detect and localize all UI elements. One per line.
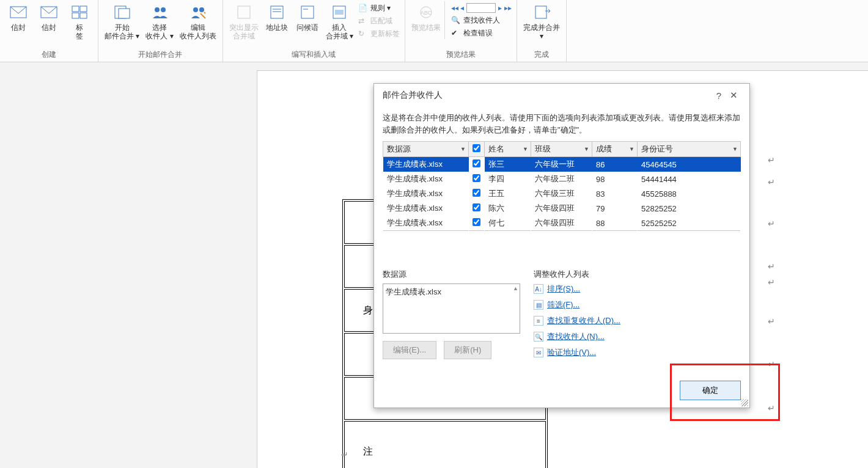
group-label-finish: 完成: [521, 49, 562, 62]
help-button[interactable]: ?: [712, 90, 726, 101]
rules-button[interactable]: 📄规则 ▾: [357, 2, 401, 14]
table-row[interactable]: 学生成绩表.xlsx李四六年级二班9854441444: [383, 172, 741, 186]
cell-name: 何七: [485, 216, 531, 231]
cell-name: 王五: [485, 186, 531, 201]
row-checkbox[interactable]: [473, 189, 480, 197]
labels-button[interactable]: 标 签: [65, 1, 94, 42]
row-checkbox[interactable]: [473, 203, 480, 211]
highlight-fields-button: 突出显示 合并域: [227, 1, 261, 42]
svg-rect-7: [119, 9, 130, 18]
address-icon: [267, 2, 287, 22]
greeting-button[interactable]: 问候语: [293, 1, 322, 33]
col-check[interactable]: [469, 142, 485, 157]
find-recipient-button[interactable]: 🔍查找收件人: [450, 15, 513, 26]
envelope-icon: [9, 2, 28, 22]
cell-score: 98: [592, 172, 638, 186]
col-score[interactable]: 成绩▼: [592, 142, 638, 157]
validate-icon: ✉: [534, 348, 543, 357]
edit-recipients-button[interactable]: 编辑 收件人列表: [177, 1, 219, 42]
svg-rect-12: [238, 6, 250, 18]
dupes-icon: ≡: [534, 316, 543, 326]
paragraph-mark: ↵: [768, 316, 775, 327]
dialog-title: 邮件合并收件人: [383, 90, 712, 101]
check-errors-button[interactable]: ✔检查错误: [450, 27, 513, 39]
record-number-input[interactable]: [466, 3, 496, 13]
preview-icon: ABC: [416, 2, 436, 22]
select-recipients-button[interactable]: 选择 收件人 ▾: [143, 1, 175, 42]
table-row[interactable]: 学生成绩表.xlsx张三六年级一班8645464545: [383, 157, 741, 172]
record-nav[interactable]: ◂◂ ◂ ▸ ▸▸: [450, 2, 513, 13]
cell-name: 李四: [485, 172, 531, 186]
svg-point-8: [155, 7, 160, 12]
close-button[interactable]: ✕: [726, 90, 741, 101]
cell-source: 学生成绩表.xlsx: [383, 216, 469, 231]
col-class[interactable]: 班级▼: [531, 142, 592, 157]
cell-check[interactable]: [469, 201, 485, 216]
sort-link[interactable]: 排序(S)...: [547, 283, 580, 294]
dropdown-icon[interactable]: ▼: [629, 146, 634, 152]
cell-id: 45525888: [638, 186, 741, 201]
table-row[interactable]: 学生成绩表.xlsx陈六六年级四班7952825252: [383, 201, 741, 216]
recipients-table[interactable]: 数据源▼ 姓名▼ 班级▼ 成绩▼ 身份证号▼ 学生成绩表.xlsx张三六年级一班…: [383, 141, 741, 231]
envelope-button-1[interactable]: 信封: [4, 1, 33, 33]
data-source-item[interactable]: 学生成绩表.xlsx: [386, 287, 517, 298]
insert-merge-field-button[interactable]: 插入 合并域 ▾: [323, 1, 356, 42]
svg-rect-4: [72, 13, 79, 18]
update-labels-button: ↻更新标签: [357, 28, 401, 40]
find-duplicates-link[interactable]: 查找重复收件人(D)...: [547, 315, 620, 326]
group-label-write: 编写和插入域: [227, 49, 401, 62]
find-icon: 🔍: [534, 332, 543, 342]
cell-class: 六年级一班: [531, 157, 592, 172]
people-icon: [150, 2, 169, 22]
cell-source: 学生成绩表.xlsx: [383, 172, 469, 186]
finish-merge-button[interactable]: 完成并合并 ▾: [521, 1, 562, 42]
table-row[interactable]: 学生成绩表.xlsx何七六年级四班8852525252: [383, 216, 741, 231]
filter-icon: ▤: [534, 300, 543, 310]
cell-check[interactable]: [469, 172, 485, 186]
svg-rect-19: [335, 10, 344, 15]
data-source-list[interactable]: 学生成绩表.xlsx: [383, 283, 520, 334]
dropdown-icon[interactable]: ▼: [523, 146, 528, 152]
cell-id: 52825252: [638, 201, 741, 216]
ribbon-group-create: 信封 信封 标 签 创建: [0, 0, 98, 62]
row-checkbox[interactable]: [473, 218, 480, 226]
cell-check[interactable]: [469, 186, 485, 201]
doc-cell[interactable]: 注: [344, 421, 546, 468]
table-row[interactable]: 学生成绩表.xlsx王五六年级三班8345525888: [383, 186, 741, 201]
filter-link[interactable]: 筛选(F)...: [547, 299, 579, 310]
cell-name: 张三: [485, 157, 531, 172]
cell-score: 83: [592, 186, 638, 201]
data-source-label: 数据源: [383, 269, 520, 280]
paragraph-mark: ↵: [768, 359, 775, 370]
label-icon: [70, 2, 89, 22]
search-icon: 🔍: [451, 16, 461, 26]
dropdown-icon[interactable]: ▼: [584, 146, 589, 152]
row-checkbox[interactable]: [473, 159, 480, 167]
address-block-button[interactable]: 地址块: [262, 1, 292, 33]
paragraph-mark: ↵: [768, 219, 775, 229]
col-name[interactable]: 姓名▼: [485, 142, 531, 157]
svg-rect-16: [301, 6, 314, 18]
envelope-button-2[interactable]: 信封: [34, 1, 64, 33]
svg-rect-13: [271, 6, 283, 18]
start-mail-merge-button[interactable]: 开始 邮件合并 ▾: [102, 1, 142, 42]
validate-address-link[interactable]: 验证地址(V)...: [547, 347, 596, 358]
paragraph-mark: ↵: [768, 277, 775, 288]
cell-check[interactable]: [469, 157, 485, 172]
group-label-preview: 预览结果: [409, 49, 513, 62]
cell-check[interactable]: [469, 216, 485, 231]
col-source[interactable]: 数据源▼: [383, 142, 469, 157]
resize-grip[interactable]: [741, 399, 748, 406]
cell-score: 86: [592, 157, 638, 172]
dropdown-icon[interactable]: ▼: [460, 146, 466, 152]
update-icon: ↻: [358, 29, 368, 39]
cell-id: 45464545: [638, 157, 741, 172]
select-all-checkbox[interactable]: [473, 144, 480, 152]
ribbon-group-start: 开始 邮件合并 ▾ 选择 收件人 ▾ 编辑 收件人列表 开始邮件合并: [98, 0, 223, 62]
dropdown-icon[interactable]: ▼: [732, 146, 738, 152]
find-recipient-link[interactable]: 查找收件人(N)...: [547, 331, 605, 342]
dialog-titlebar: 邮件合并收件人 ? ✕: [374, 84, 749, 107]
row-checkbox[interactable]: [473, 174, 480, 182]
ok-button[interactable]: 确定: [680, 381, 741, 400]
col-id[interactable]: 身份证号▼: [638, 142, 741, 157]
